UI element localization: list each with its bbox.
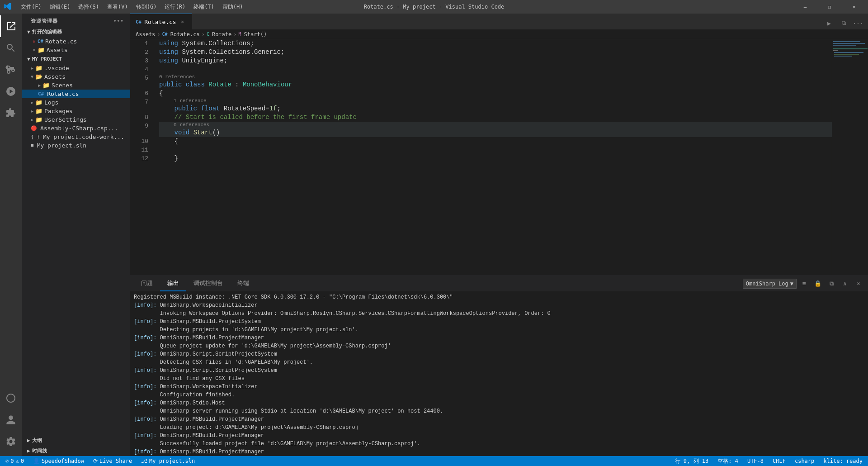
error-icon: ⊘ bbox=[5, 458, 9, 464]
tree-usersettings[interactable]: ▶ 📁 UserSettings bbox=[22, 115, 130, 124]
output-line: Omnisharp server running using Stdio at … bbox=[134, 407, 864, 415]
folder-vscode-icon: 📁 bbox=[35, 65, 42, 71]
open-file-assets[interactable]: ✕ 📁 Assets bbox=[22, 46, 130, 54]
activity-settings[interactable] bbox=[0, 431, 22, 452]
tree-sln[interactable]: ≡ My project.sln bbox=[22, 141, 130, 150]
tree-codework[interactable]: { } My project.code-work... bbox=[22, 133, 130, 141]
outline-section[interactable]: ▶ 大纲 bbox=[22, 435, 130, 446]
panel-tab-terminal[interactable]: 终端 bbox=[230, 276, 256, 291]
open-editors-section[interactable]: ▼ 打开的编辑器 bbox=[22, 27, 130, 37]
activity-accounts[interactable] bbox=[0, 409, 22, 431]
status-eol[interactable]: CRLF bbox=[771, 456, 788, 466]
status-branch[interactable]: ⎇ My project.sln bbox=[139, 456, 197, 466]
tab-cs-icon: C# bbox=[136, 19, 142, 25]
activity-explorer[interactable] bbox=[0, 15, 22, 37]
breadcrumb-start[interactable]: Start() bbox=[244, 31, 267, 38]
output-line: [info]: OmniSharp.Stdio.Host bbox=[134, 399, 864, 407]
panel-log-dropdown[interactable]: OmniSharp Log ▼ bbox=[743, 279, 797, 289]
activity-scm[interactable] bbox=[0, 59, 22, 81]
line-num-6: 6 bbox=[130, 89, 148, 98]
activity-bottom bbox=[0, 387, 22, 456]
menu-edit[interactable]: 编辑(E) bbox=[46, 2, 74, 12]
folder-assets-chevron: ▼ bbox=[31, 74, 33, 79]
status-position[interactable]: 行 9, 列 13 bbox=[673, 456, 711, 466]
codework-icon: { } bbox=[31, 134, 40, 140]
status-spaces[interactable]: 空格: 4 bbox=[716, 456, 740, 466]
panel-tab-output[interactable]: 输出 bbox=[160, 276, 186, 291]
panel-copy-btn[interactable]: ⧉ bbox=[826, 278, 837, 290]
tab-bar: C# Rotate.cs ✕ ▶ ⧉ ··· bbox=[130, 14, 868, 29]
user-label: SpeedofShadow bbox=[42, 458, 84, 464]
timeline-section[interactable]: ▶ 时间线 bbox=[22, 446, 130, 456]
language-label: csharp bbox=[795, 458, 814, 464]
menu-view[interactable]: 查看(V) bbox=[104, 2, 132, 12]
menu-terminal[interactable]: 终端(T) bbox=[190, 2, 218, 12]
usersettings-icon: 📁 bbox=[35, 116, 42, 123]
menu-select[interactable]: 选择(S) bbox=[75, 2, 103, 12]
tree-logs[interactable]: ▶ 📁 Logs bbox=[22, 98, 130, 107]
tree-assets[interactable]: ▼ 📂 Assets bbox=[22, 72, 130, 81]
panel-tab-problems[interactable]: 问题 bbox=[134, 276, 160, 291]
editor-content[interactable]: 1 2 3 4 5 6 7 8 9 10 11 12 bbox=[130, 39, 832, 275]
menu-help[interactable]: 帮助(H) bbox=[219, 2, 247, 12]
tree-assembly[interactable]: 🔴 Assembly-CSharp.csp... bbox=[22, 124, 130, 133]
open-editors-chevron: ▼ bbox=[27, 29, 30, 35]
svg-rect-2 bbox=[833, 45, 856, 46]
maximize-button[interactable]: ❐ bbox=[819, 0, 840, 14]
run-btn[interactable]: ▶ bbox=[823, 17, 835, 29]
activity-search[interactable] bbox=[0, 37, 22, 59]
activity-extensions[interactable] bbox=[0, 102, 22, 124]
usersettings-chevron: ▶ bbox=[31, 117, 33, 122]
panel: 问题 输出 调试控制台 终端 OmniSharp Log ▼ ≡ 🔒 ⧉ ∧ ✕ bbox=[130, 275, 868, 456]
status-liveshare[interactable]: ⟳ Live Share bbox=[91, 456, 134, 466]
close-button[interactable]: ✕ bbox=[844, 0, 864, 14]
split-editor-btn[interactable]: ⧉ bbox=[837, 17, 850, 29]
panel-lock-btn[interactable]: 🔒 bbox=[812, 278, 824, 290]
eol-label: CRLF bbox=[773, 458, 786, 464]
output-line: [info]: OmniSharp.MSBuild.ProjectManager bbox=[134, 415, 864, 423]
code-area[interactable]: using System.Collections; using System.C… bbox=[152, 39, 832, 275]
svg-rect-4 bbox=[833, 50, 838, 51]
activity-remote[interactable] bbox=[0, 387, 22, 409]
code-block-7: 1 reference public float RotateSpeed=1f; bbox=[159, 98, 832, 113]
minimize-button[interactable]: — bbox=[795, 0, 816, 14]
panel-clear-btn[interactable]: ≡ bbox=[798, 278, 810, 290]
breadcrumb-rotate-cs[interactable]: Rotate.cs bbox=[170, 31, 200, 38]
status-encoding[interactable]: UTF-8 bbox=[745, 456, 765, 466]
statusbar: ⊘ 0 ⚠ 0 👤 SpeedofShadow ⟳ Live Share ⎇ M… bbox=[0, 456, 868, 466]
status-user[interactable]: 👤 SpeedofShadow bbox=[31, 456, 86, 466]
ref-hint-7: 1 reference bbox=[159, 98, 832, 105]
menu-run[interactable]: 运行(R) bbox=[161, 2, 189, 12]
tree-rotatecs[interactable]: C# Rotate.cs bbox=[22, 90, 130, 98]
panel-tab-debug[interactable]: 调试控制台 bbox=[186, 276, 230, 291]
status-language[interactable]: csharp bbox=[793, 456, 816, 466]
panel-up-btn[interactable]: ∧ bbox=[839, 278, 851, 290]
open-editors-label: 打开的编辑器 bbox=[32, 29, 62, 35]
breadcrumb-method-icon: M bbox=[239, 32, 241, 37]
open-file-rotate[interactable]: ✕ C# Rotate.cs bbox=[22, 37, 130, 46]
activity-debug[interactable] bbox=[0, 81, 22, 102]
panel-close-btn[interactable]: ✕ bbox=[853, 278, 864, 290]
output-line: [info]: OmniSharp.WorkspaceInitializer bbox=[134, 383, 864, 391]
tree-scenes[interactable]: ▶ 📁 Scenes bbox=[22, 81, 130, 90]
tree-vscode[interactable]: ▶ 📁 .vscode bbox=[22, 64, 130, 72]
more-actions-btn[interactable]: ··· bbox=[852, 17, 864, 29]
sidebar-more-btn[interactable]: ••• bbox=[113, 17, 125, 25]
output-content[interactable]: Registered MSBuild instance: .NET Core S… bbox=[130, 291, 868, 456]
output-line: Detecting projects in 'd:\GAMELAB\My pro… bbox=[134, 326, 864, 334]
project-section[interactable]: ▼ MY PROJECT bbox=[22, 54, 130, 64]
sidebar: 资源管理器 ••• ▼ 打开的编辑器 ✕ C# Rotate.cs ✕ 📁 As… bbox=[22, 14, 130, 456]
tab-rotatecs[interactable]: C# Rotate.cs ✕ bbox=[130, 14, 192, 29]
status-errors[interactable]: ⊘ 0 ⚠ 0 bbox=[4, 456, 26, 466]
output-line: [info]: OmniSharp.MSBuild.ProjectSystem bbox=[134, 318, 864, 326]
breadcrumb-cs-icon: C# bbox=[162, 32, 168, 37]
tab-close-btn[interactable]: ✕ bbox=[179, 18, 186, 25]
project-label: MY PROJECT bbox=[32, 56, 62, 62]
tree-packages[interactable]: ▶ 📁 Packages bbox=[22, 107, 130, 115]
menu-file[interactable]: 文件(F) bbox=[17, 2, 45, 12]
breadcrumb-assets[interactable]: Assets bbox=[136, 31, 155, 38]
status-feedback[interactable]: klite: ready bbox=[821, 456, 864, 466]
output-line: [info]: OmniSharp.MSBuild.ProjectManager bbox=[134, 448, 864, 456]
menu-goto[interactable]: 转到(G) bbox=[132, 2, 160, 12]
breadcrumb-rotate[interactable]: Rotate bbox=[212, 31, 231, 38]
